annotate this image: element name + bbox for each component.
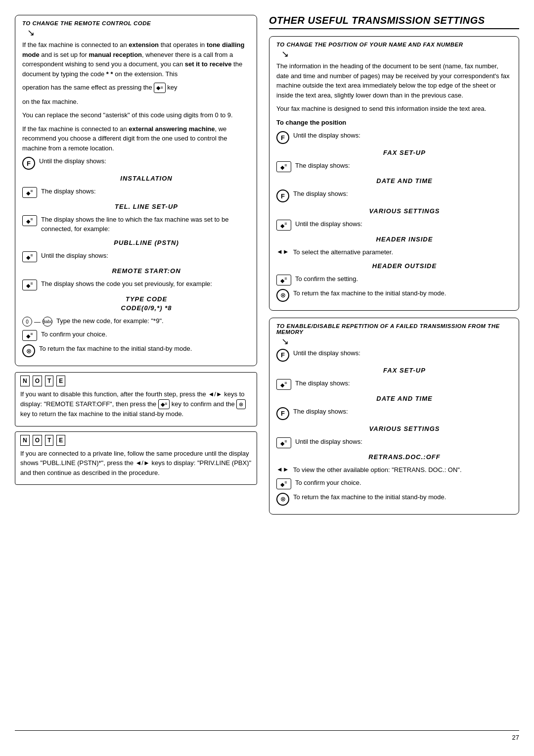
para4: You can replace the second "asterisk" of… — [22, 110, 250, 120]
arrow-icon-3: ◆≡ — [22, 251, 37, 262]
start-key-inline: ◆≡ — [154, 83, 165, 93]
sub1-display-various-label: Various Settings — [297, 207, 512, 215]
sub1-step-arrow2: ◆≡ Until the display shows: — [276, 220, 512, 231]
btn-confirm: ◆≡ — [22, 330, 37, 341]
step-arrow2-text: The display shows the line to which the … — [41, 215, 250, 234]
sub2-arrow-icon-2: ◆≡ — [276, 437, 291, 448]
arrow-icon-symbol: ◆≡ — [26, 189, 33, 196]
sub1-step-f1-text: Until the display shows: — [293, 131, 512, 141]
sub2-step-f1-text: Until the display shows: — [293, 349, 512, 358]
note2-title: N O T E — [20, 435, 252, 446]
sub1-display-faxsetup-label: Fax Set-Up — [297, 149, 512, 156]
sub1-intro: The information in the heading of the do… — [276, 61, 512, 100]
sub1-step-confirm: ◆≡ To confirm the setting. — [276, 275, 512, 285]
sub1-btn-stop: ⊗ — [276, 289, 289, 302]
sub1-step-f2: F The display shows: — [276, 189, 512, 202]
sub1-display-datetime: Date And Time — [276, 176, 512, 186]
sub2-step-lr: ◄► To view the other available option: "… — [276, 466, 512, 475]
sub1-intro2: Your fax machine is designed to send thi… — [276, 104, 512, 114]
sub2-display-datetime-label: Date And Time — [297, 395, 512, 402]
para1: If the fax machine is connected to an ex… — [22, 40, 250, 79]
sub2-f-icon-2: F — [276, 407, 289, 420]
note2-o: O — [33, 435, 42, 446]
display-typecode-label: Type Code — [43, 295, 250, 303]
sub2-step-confirm: ◆≡ To confirm your choice. — [276, 478, 512, 489]
sub2-arrow2-sym: ◆≡ — [280, 439, 287, 447]
sub2-f-icon-1: F — [276, 349, 289, 362]
note1-arrow-key: ◆≡ — [158, 399, 170, 410]
left-column: To Change The Remote Control Code ↘ If t… — [15, 15, 257, 720]
sub2-confirm-sym: ◆≡ — [280, 480, 287, 488]
sub1-arrow-icon-1: ◆≡ — [276, 161, 291, 172]
note1-o: O — [33, 376, 42, 386]
sub2-display-retrans: Retrans.Doc.:Off — [276, 452, 512, 462]
sub1-arrow1-sym: ◆≡ — [280, 163, 287, 171]
sub1-lr-arrows: ◄► — [276, 248, 289, 255]
deco-right1: ↘ — [281, 48, 512, 59]
remote-control-title: To Change The Remote Control Code — [22, 20, 250, 26]
sub1-step-f1: F Until the display shows: — [276, 131, 512, 144]
note1-box: N O T E If you want to disable this func… — [15, 372, 257, 426]
sub2-step-arrow2: ◆≡ Until the display shows: — [276, 437, 512, 448]
arrow-confirm-icon: ◆≡ — [22, 330, 37, 341]
sub2-step-arrow1: ◆≡ The display shows: — [276, 379, 512, 390]
sub1-step-arrow1: ◆≡ The display shows: — [276, 161, 512, 172]
sub1-title: To Change The Position Of Your Name And … — [276, 42, 512, 47]
sub2-stop-text: To return the fax machine to the initial… — [293, 493, 512, 502]
sub2-step-stop: ⊗ To return the fax machine to the initi… — [276, 493, 512, 506]
step-f1: F Until the display shows: — [22, 157, 250, 170]
sub2-arrow1-text: The display shows: — [295, 379, 512, 388]
sub-section-2: To Enable/Disable Repetition Of A Failed… — [269, 318, 519, 515]
step-arrow4: ◆≡ The display shows the code you set pr… — [22, 280, 250, 290]
sub1-change-label: To change the position — [276, 118, 512, 128]
sub1-btn-confirm: ◆≡ — [276, 275, 291, 285]
note1-n: N — [20, 376, 30, 386]
display-publ: Publ.Line (PSTN) — [22, 237, 250, 248]
arrow-icon-2: ◆≡ — [22, 215, 37, 226]
display-tel-label: Tel. Line Set-Up — [43, 203, 250, 210]
step-arrow3: ◆≡ Until the display shows: — [22, 251, 250, 262]
btn-arrow-3: ◆≡ — [22, 251, 37, 262]
sub1-lr-icon: ◄► — [276, 248, 289, 255]
step-arrow3-text: Until the display shows: — [41, 251, 250, 261]
sub1-display-datetime-label: Date And Time — [297, 177, 512, 185]
para5: If the fax machine is connected to an ex… — [22, 124, 250, 153]
two-column-layout: To Change The Remote Control Code ↘ If t… — [15, 15, 519, 720]
keypad-text: Type the new code, for example: "*9". — [56, 317, 250, 326]
keypad-dash: ― — [34, 318, 41, 326]
sub1-arrow2-text: Until the display shows: — [295, 220, 512, 229]
sub2-step-f2: F The display shows: — [276, 407, 512, 420]
sub2-step-f1: F Until the display shows: — [276, 349, 512, 362]
arrow-icon-3-symbol: ◆≡ — [26, 253, 33, 261]
page-number: 27 — [15, 730, 519, 741]
sub2-lr-text: To view the other available option: "RET… — [293, 466, 512, 475]
arrow-icon-1: ◆≡ — [22, 187, 37, 198]
sub1-display-faxsetup: Fax Set-Up — [276, 147, 512, 158]
sub2-confirm-icon: ◆≡ — [276, 478, 291, 489]
btn-arrow-2: ◆≡ — [22, 215, 37, 226]
sub2-arrow1-sym: ◆≡ — [280, 380, 287, 388]
sub2-btn-f2: F — [276, 407, 289, 420]
confirm-text: To confirm your choice. — [41, 330, 250, 339]
sub2-confirm-text: To confirm your choice. — [295, 478, 512, 488]
sub1-lr-text: To select the alternative parameter. — [293, 248, 512, 257]
display-codeline-label: Code(0/9,*) *8 — [43, 304, 250, 312]
arrow-icon-4-symbol: ◆≡ — [26, 281, 33, 289]
note1-t: T — [45, 376, 53, 386]
page-number-value: 27 — [512, 734, 519, 741]
sub2-display-faxsetup: Fax Set-Up — [276, 365, 512, 376]
right-column: Other Useful Transmission Settings To Ch… — [269, 15, 519, 720]
sub2-btn-arrow1: ◆≡ — [276, 379, 291, 390]
display-typecode: Type Code Code(0/9,*) *8 — [22, 294, 250, 313]
sub1-display-headerinside-label: Header Inside — [297, 236, 512, 243]
step-arrow4-text: The display shows the code you set previ… — [41, 280, 250, 289]
sub1-f-icon-2: F — [276, 189, 289, 202]
arrow-icon-4: ◆≡ — [22, 280, 37, 290]
step-arrow1: ◆≡ The display shows: — [22, 187, 250, 198]
sub1-display-headeroutside: Header Outside — [276, 261, 512, 271]
sub1-change-label-bold: To change the position — [276, 119, 346, 126]
note1-text: If you want to disable this function, af… — [20, 389, 252, 419]
sub2-title: To Enable/Disable Repetition Of A Failed… — [276, 323, 512, 335]
sub2-display-faxsetup-label: Fax Set-Up — [297, 367, 512, 374]
note2-box: N O T E If you are connected to a privat… — [15, 431, 257, 485]
